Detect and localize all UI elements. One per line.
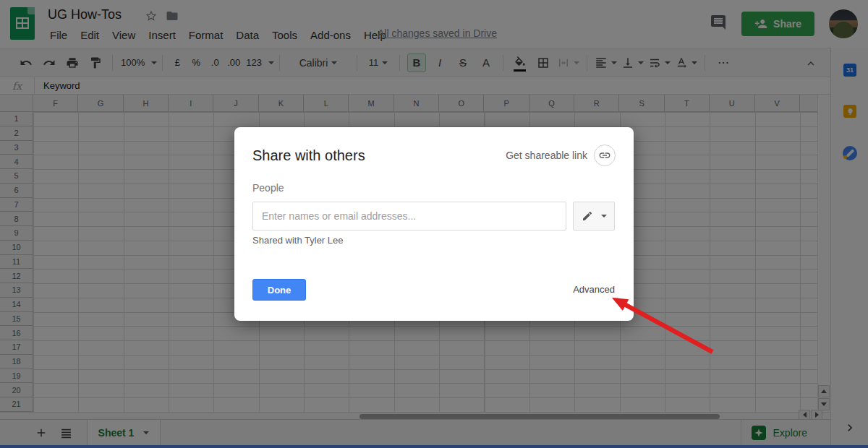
pencil-icon <box>582 210 593 222</box>
permission-dropdown-icon <box>601 215 607 217</box>
google-sheets-app: UG How-Tos FileEditViewInsertFormatDataT… <box>0 0 868 448</box>
people-label: People <box>252 182 284 194</box>
invite-people-input[interactable] <box>252 202 566 231</box>
done-button[interactable]: Done <box>252 279 306 301</box>
permission-select-button[interactable] <box>573 202 615 231</box>
link-icon <box>594 145 616 166</box>
advanced-link[interactable]: Advanced <box>573 284 615 295</box>
dialog-title: Share with others <box>252 147 365 164</box>
get-shareable-link-label: Get shareable link <box>506 150 587 161</box>
share-dialog: Share with others Get shareable link Peo… <box>234 127 634 321</box>
get-shareable-link-button[interactable]: Get shareable link <box>506 145 616 166</box>
shared-with-text: Shared with Tyler Lee <box>252 235 344 246</box>
